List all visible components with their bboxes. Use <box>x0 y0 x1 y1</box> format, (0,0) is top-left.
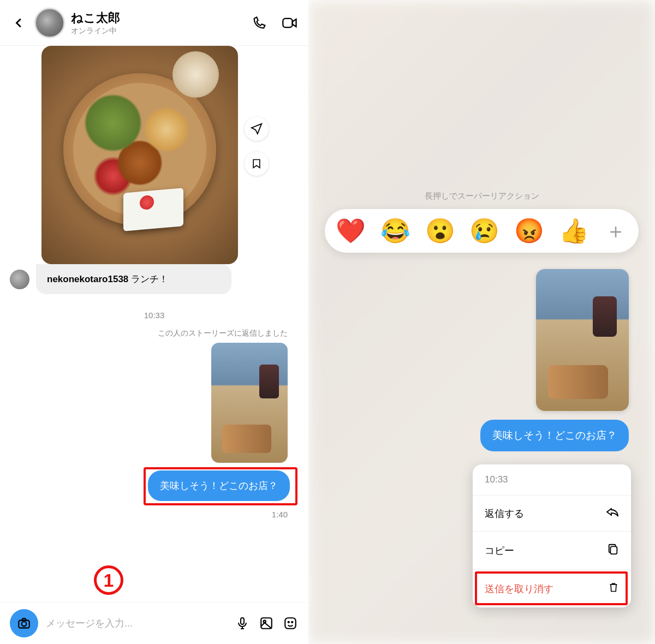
menu-reply-label: 返信する <box>485 507 524 520</box>
story-reply-thumbnail[interactable] <box>211 343 288 463</box>
reaction-heart[interactable]: ❤️ <box>336 217 366 245</box>
trash-icon <box>608 581 619 597</box>
reaction-angry[interactable]: 😡 <box>514 217 544 245</box>
video-call-button[interactable] <box>281 14 299 32</box>
message-input-bar: メッセージを入力... <box>0 602 308 644</box>
menu-unsend[interactable]: 送信を取り消す <box>473 569 631 607</box>
chat-screen-right: 長押しでスーパーリアクション ❤️ 😂 😮 😢 😡 👍 ＋ 美味しそう！どこのお… <box>308 0 655 644</box>
svg-point-8 <box>291 622 293 623</box>
contact-name: ねこ太郎 <box>71 10 244 26</box>
contact-avatar[interactable] <box>35 8 64 38</box>
menu-copy-label: コピー <box>485 544 514 557</box>
caption-text: ランチ！ <box>128 274 168 284</box>
reaction-laugh[interactable]: 😂 <box>380 217 410 245</box>
sticker-button[interactable] <box>282 615 299 631</box>
reaction-bar: ❤️ 😂 😮 😢 😡 👍 ＋ <box>325 209 639 253</box>
reaction-wow[interactable]: 😮 <box>425 217 455 245</box>
reaction-cry[interactable]: 😢 <box>469 217 499 245</box>
sender-avatar-small[interactable] <box>10 270 29 289</box>
chat-header: ねこ太郎 オンライン中 <box>0 0 308 46</box>
contact-info[interactable]: ねこ太郎 オンライン中 <box>71 10 244 36</box>
chat-screen-left: ねこ太郎 オンライン中 <box>0 0 308 644</box>
reaction-thumbsup[interactable]: 👍 <box>559 217 589 245</box>
svg-point-2 <box>22 622 27 627</box>
menu-unsend-label: 送信を取り消す <box>485 582 553 595</box>
message-list[interactable]: nekonekotaro1538 ランチ！ 10:33 この人のストーリーズに返… <box>0 46 308 602</box>
story-reply-label: この人のストーリーズに返信しました <box>10 329 299 338</box>
svg-rect-3 <box>241 618 244 624</box>
sent-message-wrap: 美味しそう！どこのお店？ <box>148 470 290 501</box>
reaction-hint: 長押しでスーパーリアクション <box>308 191 655 201</box>
save-button[interactable] <box>245 152 269 176</box>
reaction-add-button[interactable]: ＋ <box>604 219 628 243</box>
story-caption-row: nekonekotaro1538 ランチ！ <box>10 264 299 294</box>
step-badge-1: 1 <box>94 565 123 595</box>
story-reply-thumbnail-right[interactable] <box>536 269 629 411</box>
svg-rect-9 <box>610 546 617 554</box>
camera-button[interactable] <box>10 609 38 637</box>
caption-username: nekonekotaro1538 <box>47 274 128 284</box>
reply-icon <box>606 506 619 520</box>
menu-timestamp: 10:33 <box>473 464 631 495</box>
svg-rect-0 <box>283 18 292 27</box>
mic-button[interactable] <box>234 615 251 631</box>
back-button[interactable] <box>10 14 28 32</box>
sent-message-bubble-right[interactable]: 美味しそう！どこのお店？ <box>480 420 629 451</box>
timestamp: 10:33 <box>10 311 299 320</box>
gallery-button[interactable] <box>258 615 275 631</box>
menu-copy[interactable]: コピー <box>473 531 631 569</box>
svg-point-7 <box>288 622 289 623</box>
voice-call-button[interactable] <box>251 14 268 32</box>
sent-message-bubble[interactable]: 美味しそう！どこのお店？ <box>148 470 290 501</box>
message-context-menu: 10:33 返信する コピー 送信を取り消す <box>473 464 631 607</box>
story-photo <box>41 46 238 264</box>
share-button[interactable] <box>245 117 269 141</box>
copy-icon <box>607 542 619 558</box>
contact-status: オンライン中 <box>71 26 244 36</box>
shared-story-card[interactable] <box>41 46 238 264</box>
timestamp-2: 1:40 <box>10 510 288 519</box>
story-caption-bubble[interactable]: nekonekotaro1538 ランチ！ <box>36 264 231 294</box>
menu-reply[interactable]: 返信する <box>473 495 631 531</box>
svg-rect-6 <box>285 618 296 629</box>
message-input[interactable]: メッセージを入力... <box>46 617 227 630</box>
